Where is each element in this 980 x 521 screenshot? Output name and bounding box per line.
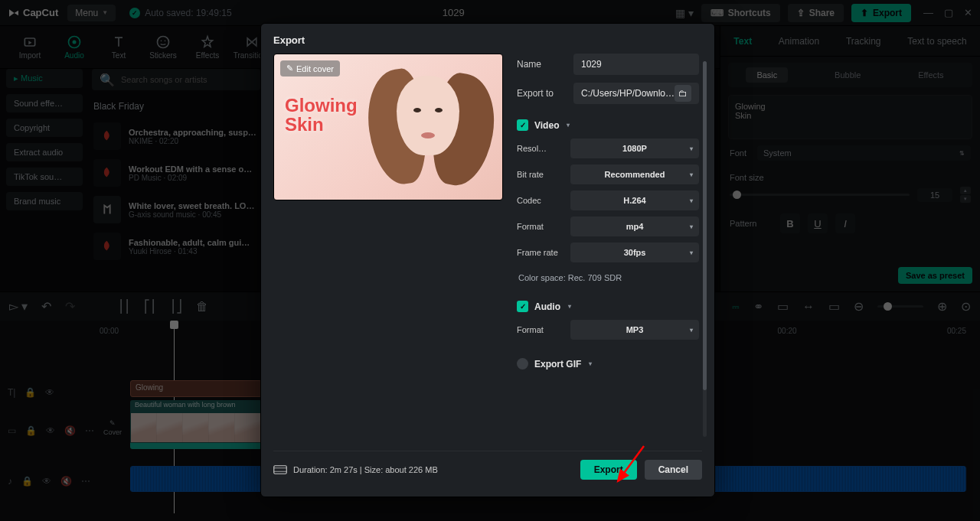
export-dialog: Export ✎Edit cover Glowing Skin Name 102… [260,23,715,497]
video-section-header[interactable]: ✓Video▾ [517,118,699,135]
browse-folder-button[interactable]: 🗀 [675,85,691,102]
codec-select[interactable]: H.264▾ [570,190,699,210]
export-cover-preview: ✎Edit cover Glowing Skin [273,54,503,200]
export-confirm-button[interactable]: Export [580,460,637,480]
gif-checkbox[interactable]: ✓ [517,358,528,370]
export-title: Export [273,34,702,46]
cover-face-illustration [358,59,496,197]
framerate-select[interactable]: 30fps▾ [570,243,699,262]
chevron-down-icon: ▾ [589,360,592,367]
resolution-select[interactable]: 1080P▾ [570,138,699,158]
gif-section-header[interactable]: ✓Export GIF▾ [517,357,699,374]
video-format-select[interactable]: mp4▾ [570,217,699,236]
codec-label: Codec [517,196,563,205]
framerate-label: Frame rate [517,248,563,257]
export-meta: Duration: 2m 27s | Size: about 226 MB [273,464,438,475]
export-cancel-button[interactable]: Cancel [645,460,702,480]
svg-rect-6 [274,465,287,474]
name-label: Name [517,59,564,70]
audio-checkbox[interactable]: ✓ [517,301,528,312]
chevron-down-icon: ▾ [568,303,571,310]
resolution-label: Resol… [517,144,563,153]
video-checkbox[interactable]: ✓ [517,119,528,131]
color-space-info: Color space: Rec. 709 SDR [517,265,699,285]
bitrate-select[interactable]: Recommended▾ [570,164,699,184]
chevron-down-icon: ▾ [567,122,570,129]
cover-overlay-text: Glowing Skin [285,96,358,134]
audio-format-select[interactable]: MP3▾ [570,320,699,340]
audio-section-header[interactable]: ✓Audio▾ [517,299,699,317]
video-format-label: Format [517,222,563,231]
edit-cover-button[interactable]: ✎Edit cover [280,60,340,77]
scrollbar-thumb[interactable] [703,61,707,390]
audio-format-label: Format [517,325,563,334]
folder-icon: 🗀 [678,88,688,99]
pencil-icon: ✎ [286,63,293,73]
name-input[interactable]: 1029 [573,54,699,75]
film-icon [273,464,287,475]
export-path-input[interactable]: C:/Users/HP/Downlo… 🗀 [573,83,699,104]
export-to-label: Export to [517,88,564,99]
bitrate-label: Bit rate [517,170,563,179]
